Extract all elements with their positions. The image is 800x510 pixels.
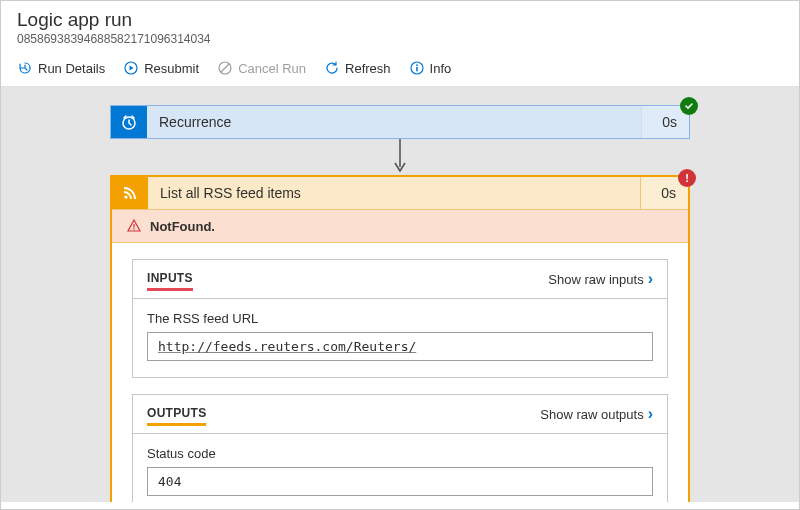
info-button[interactable]: Info: [409, 60, 452, 76]
error-badge-icon: !: [678, 169, 696, 187]
resubmit-icon: [123, 60, 139, 76]
page-title: Logic app run: [17, 9, 783, 31]
resubmit-label: Resubmit: [144, 61, 199, 76]
error-message: NotFound.: [112, 210, 688, 243]
run-details-label: Run Details: [38, 61, 105, 76]
status-code-label: Status code: [147, 446, 653, 461]
resubmit-button[interactable]: Resubmit: [123, 60, 199, 76]
inputs-section: INPUTS Show raw inputs › The RSS feed UR…: [132, 259, 668, 378]
svg-rect-10: [133, 224, 134, 228]
outputs-title: OUTPUTS: [147, 406, 206, 426]
info-icon: [409, 60, 425, 76]
designer-canvas: Recurrence 0s ! List all RSS feed items …: [1, 87, 799, 502]
refresh-icon: [324, 60, 340, 76]
error-text: NotFound.: [150, 219, 215, 234]
run-details-button[interactable]: Run Details: [17, 60, 105, 76]
warning-icon: [126, 218, 142, 234]
chevron-right-icon: ›: [648, 270, 653, 288]
info-label: Info: [430, 61, 452, 76]
step-rss[interactable]: ! List all RSS feed items 0s NotFound. I…: [110, 175, 690, 502]
show-raw-inputs-link[interactable]: Show raw inputs ›: [548, 270, 653, 288]
url-field-label: The RSS feed URL: [147, 311, 653, 326]
rss-icon: [112, 177, 148, 209]
cancel-icon: [217, 60, 233, 76]
step-recurrence[interactable]: Recurrence 0s: [110, 105, 690, 139]
show-raw-outputs-link[interactable]: Show raw outputs ›: [540, 405, 653, 423]
svg-rect-5: [416, 67, 418, 71]
success-badge-icon: [680, 97, 698, 115]
history-icon: [17, 60, 33, 76]
cancel-run-label: Cancel Run: [238, 61, 306, 76]
refresh-button[interactable]: Refresh: [324, 60, 391, 76]
refresh-label: Refresh: [345, 61, 391, 76]
clock-icon: [111, 106, 147, 138]
cancel-run-button: Cancel Run: [217, 60, 306, 76]
chevron-right-icon: ›: [648, 405, 653, 423]
connector-arrow-icon: [1, 139, 799, 175]
svg-point-9: [124, 195, 127, 198]
svg-line-2: [221, 64, 229, 72]
status-code-value: 404: [147, 467, 653, 496]
page-header: Logic app run 08586938394688582171096314…: [1, 1, 799, 50]
step-label: List all RSS feed items: [148, 177, 640, 209]
outputs-section: OUTPUTS Show raw outputs › Status code 4…: [132, 394, 668, 502]
inputs-title: INPUTS: [147, 271, 193, 291]
step-label: Recurrence: [147, 106, 641, 138]
run-id: 08586938394688582171096314034: [17, 32, 783, 46]
svg-point-4: [416, 64, 418, 66]
toolbar: Run Details Resubmit Cancel Run Refresh …: [1, 50, 799, 87]
url-field-value: http://feeds.reuters.com/Reuters/: [147, 332, 653, 361]
svg-point-11: [133, 228, 135, 230]
